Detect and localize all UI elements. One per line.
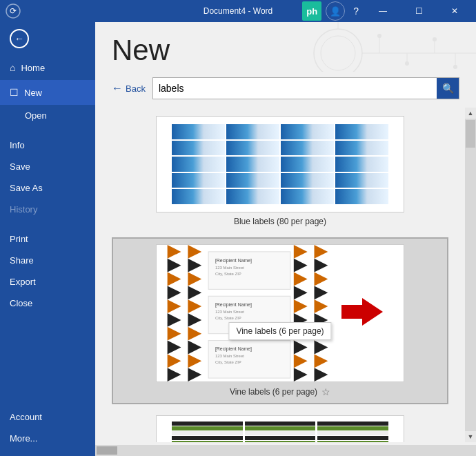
svg-marker-58: [315, 259, 328, 272]
sidebar-close-label: Close: [10, 298, 32, 308]
sidebar-item-save[interactable]: Save: [0, 156, 95, 177]
svg-marker-29: [188, 299, 201, 313]
horizontal-scrollbar[interactable]: [95, 445, 476, 456]
sidebar-item-home[interactable]: ⌂ Home: [0, 55, 95, 80]
blue-label-cell: [226, 189, 279, 204]
template-thumb-vine-labels: [Recipient Name] 123 Main Street City, S…: [156, 244, 404, 382]
word-logo-icon: ⟳: [6, 3, 21, 19]
help-icon[interactable]: ?: [349, 6, 363, 17]
svg-text:⟳: ⟳: [10, 6, 17, 16]
blue-label-cell: [335, 189, 388, 204]
blue-label-cell: [281, 173, 334, 188]
sidebar-item-export[interactable]: Export: [0, 271, 95, 293]
scroll-up-button[interactable]: ▲: [465, 108, 476, 119]
svg-marker-50: [294, 286, 308, 299]
svg-marker-66: [315, 368, 328, 381]
user-profile-icon[interactable]: 👤: [326, 1, 345, 21]
blue-label-cell: [335, 141, 388, 156]
blue-label-cell: [281, 157, 334, 172]
sidebar-item-new[interactable]: ☐ New: [0, 80, 95, 105]
blue-labels-text: Blue labels (80 per page): [234, 217, 326, 226]
svg-point-14: [453, 65, 457, 69]
stripe-green: [245, 441, 316, 442]
templates-scroll: Blue labels (80 per page): [95, 105, 476, 445]
minimize-button[interactable]: —: [367, 0, 399, 22]
sidebar-item-more[interactable]: More...: [0, 428, 95, 449]
template-item-third[interactable]: [112, 410, 448, 442]
svg-text:[Recipient Name]: [Recipient Name]: [215, 302, 252, 308]
svg-marker-17: [168, 272, 181, 286]
blue-label-cell: [335, 157, 388, 172]
close-button[interactable]: ✕: [439, 0, 470, 22]
sidebar-home-label: Home: [21, 63, 45, 73]
back-link[interactable]: ← Back: [112, 82, 146, 95]
search-icon: 🔍: [442, 83, 454, 94]
blue-label-cell: [335, 124, 388, 139]
svg-marker-65: [315, 354, 328, 368]
svg-marker-63: [315, 327, 328, 341]
sidebar-item-save-as[interactable]: Save As: [0, 177, 95, 199]
restore-button[interactable]: ☐: [403, 0, 435, 22]
svg-marker-24: [168, 368, 181, 381]
stripe-green: [245, 426, 316, 430]
sidebar-print-label: Print: [10, 234, 28, 244]
svg-marker-61: [315, 299, 328, 313]
star-icon[interactable]: ☆: [321, 386, 330, 397]
search-bar: ← Back 🔍: [112, 77, 459, 99]
template-item-blue-labels[interactable]: Blue labels (80 per page): [112, 110, 448, 232]
back-circle-icon: ←: [10, 29, 29, 48]
sidebar-account-label: Account: [10, 412, 42, 422]
sidebar-item-close[interactable]: Close: [0, 293, 95, 314]
svg-marker-15: [168, 245, 181, 259]
stripe-white: [317, 431, 388, 435]
scroll-thumb[interactable]: [466, 120, 475, 148]
scroll-down-button[interactable]: ▼: [465, 431, 476, 442]
horizontal-scroll-thumb[interactable]: [97, 446, 117, 455]
content-header: New: [95, 22, 476, 72]
title-bar-title: Document4 - Word: [204, 6, 272, 16]
sidebar-open-label: Open: [25, 110, 47, 121]
svg-text:[Recipient Name]: [Recipient Name]: [215, 258, 252, 264]
blue-label-cell: [226, 124, 279, 139]
svg-marker-18: [168, 286, 181, 299]
vertical-scrollbar[interactable]: ▲ ▼: [465, 108, 476, 442]
sidebar-item-print[interactable]: Print: [0, 228, 95, 250]
sidebar-save-as-label: Save As: [10, 183, 43, 193]
sidebar-item-open[interactable]: Open: [0, 105, 95, 126]
blue-labels-grid: [169, 121, 391, 207]
svg-marker-59: [315, 272, 328, 286]
back-link-label: Back: [126, 83, 146, 94]
svg-marker-16: [168, 259, 181, 272]
svg-marker-32: [188, 341, 201, 355]
svg-text:123 Main Street: 123 Main Street: [215, 310, 244, 314]
template-label-vine-labels: Vine labels (6 per page) ☆: [230, 386, 330, 397]
stripe-green: [172, 441, 243, 442]
svg-marker-22: [168, 341, 181, 355]
svg-marker-67: [341, 298, 383, 326]
title-bar: ⟳ Document4 - Word ph 👤 ? — ☐ ✕: [0, 0, 476, 22]
sidebar-back-button[interactable]: ←: [0, 22, 95, 55]
stripe-black: [317, 436, 388, 440]
blue-label-cell: [281, 189, 334, 204]
svg-marker-47: [294, 245, 308, 259]
svg-text:City, State ZIP: City, State ZIP: [215, 272, 241, 276]
new-icon: ☐: [10, 87, 19, 98]
sidebar-history-label: History: [10, 204, 37, 215]
sidebar-more-label: More...: [10, 433, 37, 444]
sidebar-bottom: Account More...: [0, 406, 95, 456]
sidebar-item-info[interactable]: Info: [0, 135, 95, 156]
sidebar-new-label: New: [24, 88, 42, 98]
search-input[interactable]: [153, 79, 437, 97]
blue-label-cell: [172, 124, 225, 139]
search-button[interactable]: 🔍: [437, 78, 459, 99]
ph-badge: ph: [302, 1, 321, 21]
sidebar-item-account[interactable]: Account: [0, 406, 95, 428]
sidebar-item-share[interactable]: Share: [0, 250, 95, 271]
svg-marker-55: [294, 354, 308, 368]
svg-marker-21: [168, 327, 181, 341]
svg-marker-30: [188, 313, 201, 327]
template-thumb-blue-labels: [156, 116, 404, 212]
third-labels-grid: [169, 419, 391, 442]
templates-list: Blue labels (80 per page): [95, 108, 465, 442]
template-item-vine-labels[interactable]: [Recipient Name] 123 Main Street City, S…: [112, 237, 448, 404]
